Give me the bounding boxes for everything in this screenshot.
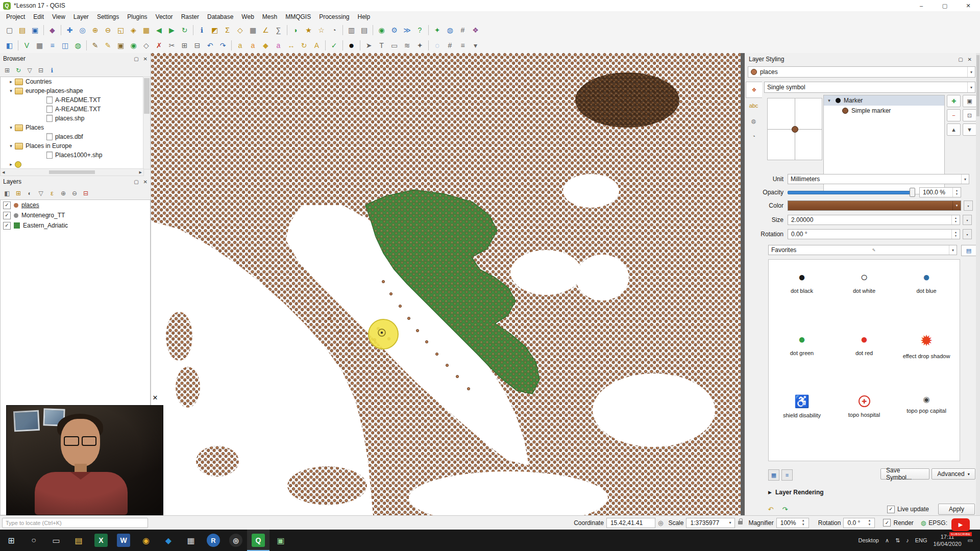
show-bookmarks[interactable]: ☆ (315, 24, 328, 36)
epsg-status[interactable]: EPSG: (928, 519, 947, 527)
labels-tab[interactable]: abc (746, 98, 762, 113)
redo-style-icon[interactable]: ↷ (779, 504, 791, 514)
render-checkbox[interactable]: ✓ (883, 519, 891, 527)
menu-item[interactable]: Help (354, 13, 375, 20)
layer-name[interactable]: Eastern_Adriatic (23, 222, 68, 229)
pin-labels[interactable]: ◆ (259, 39, 272, 52)
redo[interactable]: ↷ (216, 39, 229, 52)
undock-panel-icon[interactable]: ▢ (134, 179, 138, 185)
excel[interactable]: X (90, 530, 112, 551)
plugin-tool-b[interactable]: ◍ (444, 24, 456, 36)
scrollbar-thumb[interactable] (49, 170, 95, 174)
tree-expander-icon[interactable]: ▾ (8, 125, 14, 130)
close-button[interactable]: ✕ (957, 0, 980, 11)
label-options-2[interactable]: a (247, 39, 259, 52)
symbol-glyph[interactable]: ● (798, 271, 806, 283)
symbol-gallery-item[interactable]: ● dot red (833, 327, 895, 389)
opacity-spinbox[interactable]: 100.0 % ▲ ▼ (919, 187, 961, 197)
symbol-gallery-item[interactable]: ◉ topo pop capital (895, 389, 958, 452)
spin-down-icon[interactable]: ▼ (954, 234, 957, 238)
style-manager[interactable]: ◆ (46, 24, 59, 36)
measure-line[interactable]: ∠ (259, 24, 272, 36)
mouse-position-icon[interactable]: ◎ (658, 519, 663, 527)
styling-layer-selector[interactable]: places ▾ (748, 66, 975, 78)
menu-item[interactable]: View (48, 13, 69, 20)
browser-tree-item[interactable]: ▾ Places in Europe (1, 141, 143, 151)
vertex-tool[interactable]: ◇ (140, 39, 153, 52)
help-contents[interactable]: ? (413, 24, 426, 36)
expand-all[interactable]: ⊕ (58, 188, 68, 198)
chevron-down-icon[interactable]: ▾ (949, 245, 954, 255)
menu-item[interactable]: Web (237, 13, 258, 20)
locate-input[interactable] (2, 518, 148, 528)
layer-visibility-checkbox[interactable]: ✓ (3, 222, 11, 230)
list-view-toggle[interactable]: ≡ (781, 469, 793, 481)
browser-tree-item[interactable]: Places1000+.shp (1, 151, 143, 160)
symbol-glyph[interactable]: ◉ (923, 395, 929, 403)
new-layout[interactable]: ▥ (345, 24, 358, 36)
new-project[interactable]: ▢ (3, 24, 16, 36)
rotate-label[interactable]: ↻ (298, 39, 310, 52)
manage-map-themes[interactable]: ◐ (24, 188, 35, 198)
layer-name[interactable]: Montenegro_TT (21, 212, 65, 219)
symbol-glyph[interactable]: ● (923, 271, 930, 283)
data-defined-override-color[interactable]: ▾ (964, 201, 973, 211)
minimize-button[interactable]: – (910, 0, 933, 11)
chevron-down-icon[interactable]: ▾ (967, 67, 972, 77)
zoom-last[interactable]: ◀ (153, 24, 165, 36)
lock-scale-icon[interactable] (738, 521, 743, 524)
plugin-tool-d[interactable]: ❖ (469, 24, 482, 36)
refresh-browser[interactable]: ↻ (13, 65, 23, 76)
panel-splitter[interactable] (741, 53, 745, 515)
open-attribute-table[interactable]: ▦ (247, 24, 259, 36)
browser-vertical-scrollbar[interactable] (143, 77, 151, 169)
more-tools-dropdown[interactable]: ▾ (469, 39, 482, 52)
edit-icon[interactable]: ✎ (870, 245, 876, 255)
symbol-gallery-item[interactable]: ● dot black (771, 265, 833, 327)
symbol-gallery-item[interactable]: ✚ topo hospital (833, 389, 895, 452)
new-bookmark[interactable]: ★ (302, 24, 315, 36)
chevron-down-icon[interactable]: ▾ (729, 520, 731, 525)
zoom-full[interactable]: ◱ (114, 24, 127, 36)
language-indicator[interactable]: ENG (915, 537, 927, 543)
undo-style-icon[interactable]: ↶ (765, 504, 776, 514)
symbol-gallery-item[interactable]: ● dot blue (895, 265, 958, 327)
icon-view-toggle[interactable]: ▦ (768, 469, 779, 481)
opacity-slider[interactable] (788, 188, 915, 197)
save-project[interactable]: ▣ (29, 24, 41, 36)
desktop-label[interactable]: Desktop (859, 537, 879, 543)
action-center-icon[interactable]: ▭ (968, 537, 973, 544)
metasearch[interactable]: ◌ (431, 39, 444, 52)
add-delimited-text[interactable]: ≡ (46, 39, 59, 52)
r-studio[interactable]: R (202, 530, 225, 551)
labeling-options[interactable]: a (234, 39, 247, 52)
zoom-out[interactable]: ⊖ (102, 24, 114, 36)
spin-down-icon[interactable]: ▼ (955, 192, 958, 196)
menu-item[interactable]: Raster (177, 13, 203, 20)
chevron-down-icon[interactable]: ▾ (961, 174, 966, 184)
symbol-group-selector[interactable]: Favorites ✎ ▾ (768, 245, 957, 255)
tree-expander-icon[interactable]: ▸ (8, 162, 14, 167)
network-icon[interactable]: ⇅ (895, 537, 900, 544)
toggle-editing[interactable]: ✎ (102, 39, 114, 52)
undock-panel-icon[interactable]: ▢ (134, 56, 138, 62)
browser-tree-item[interactable]: ▸ (1, 160, 143, 169)
webcam-close-icon[interactable]: ✕ (151, 394, 159, 402)
unit-selector[interactable]: Millimeters ▾ (788, 174, 969, 184)
html-annotation[interactable]: ≋ (401, 39, 413, 52)
save-symbol-button[interactable]: Save Symbol... (880, 468, 929, 480)
duplicate-symbol-layer[interactable]: ▣ (963, 95, 976, 107)
menu-item[interactable]: MMQGIS (281, 13, 315, 20)
diagram-tab[interactable]: ◍ (746, 113, 762, 129)
crs-globe-icon[interactable]: ◍ (921, 519, 926, 527)
python-console[interactable]: ≫ (401, 24, 413, 36)
start-button[interactable]: ⊞ (0, 530, 22, 551)
zoom-to-layer[interactable]: ▦ (140, 24, 153, 36)
save-layer-edits[interactable]: ▣ (114, 39, 127, 52)
symbol-glyph[interactable]: ✚ (859, 395, 870, 407)
spin-up-icon[interactable]: ▲ (954, 216, 957, 220)
magnifier-spinbox[interactable]: 100% ▲ ▼ (776, 518, 809, 528)
menu-item[interactable]: Database (203, 13, 237, 20)
map-rotation-spinbox[interactable]: 0.0 ° ▲ ▼ (843, 518, 875, 528)
layer-item[interactable]: ✓ places (1, 200, 150, 210)
